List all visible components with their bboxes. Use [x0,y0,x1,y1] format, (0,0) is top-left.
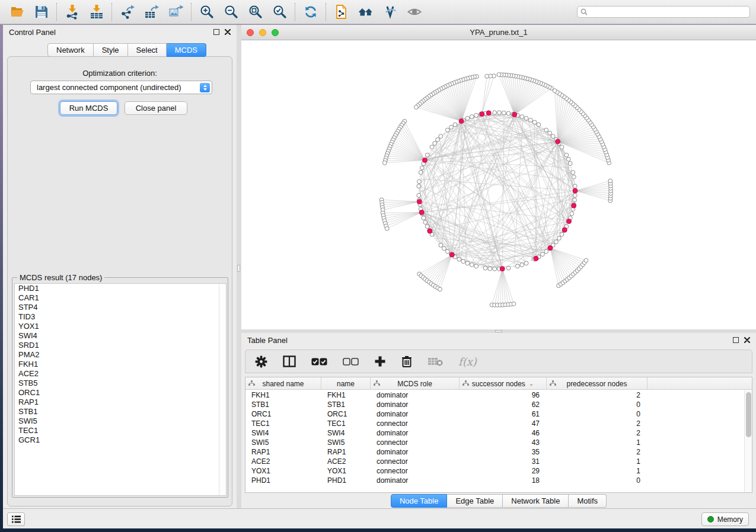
tab-motifs[interactable]: Motifs [569,494,607,508]
home-icon[interactable] [353,2,378,22]
graph-node[interactable] [445,128,449,132]
cell-predecessor_nodes[interactable]: 2 [547,447,647,457]
cell-mcds_role[interactable]: connector [371,457,460,466]
export-network-icon[interactable] [115,2,139,22]
graph-node[interactable] [457,257,461,261]
table-scrollbar[interactable] [744,390,752,492]
graph-node[interactable] [560,145,564,149]
graph-node[interactable] [436,137,440,142]
graph-node[interactable] [425,153,429,157]
graph-node[interactable] [497,73,501,77]
cell-name[interactable]: STB1 [321,400,371,409]
delete-column-icon[interactable] [401,355,412,368]
mcds-result-item[interactable]: TEC1 [15,426,226,435]
graph-node[interactable] [417,184,421,188]
graph-node[interactable] [524,261,528,265]
graph-node[interactable] [425,225,429,229]
cell-shared_name[interactable]: TEC1 [245,419,321,428]
cell-mcds_role[interactable]: dominator [371,390,460,400]
close-panel-icon[interactable] [225,29,231,35]
network-window-titlebar[interactable]: YPA_prune.txt_1 [241,25,756,40]
network-document-icon[interactable] [329,2,353,22]
cell-name[interactable]: PHD1 [321,476,371,485]
cell-mcds_role[interactable]: dominator [371,400,460,409]
mcds-result-item[interactable]: SWI5 [15,416,226,426]
graph-node[interactable] [433,142,437,146]
graph-node[interactable] [488,267,492,271]
graph-node[interactable] [568,162,572,166]
cell-shared_name[interactable]: RAP1 [245,447,321,457]
zoom-fit-icon[interactable] [243,2,267,22]
scrollbar-thumb[interactable] [746,392,751,437]
show-columns-icon[interactable] [283,355,296,367]
graph-node[interactable] [573,198,577,202]
cell-successor_nodes[interactable]: 35 [460,447,547,457]
mcds-result-item[interactable]: PMA2 [15,350,226,360]
cell-shared_name[interactable]: PHD1 [245,476,321,485]
zoom-out-icon[interactable] [219,2,243,22]
tab-style[interactable]: Style [94,43,128,57]
select-all-checkboxes-icon[interactable] [311,358,327,366]
graph-mcds-hub-node[interactable] [480,111,484,116]
graph-mcds-hub-node[interactable] [556,139,560,144]
cell-mcds_role[interactable]: connector [371,466,460,476]
cell-mcds_role[interactable]: dominator [371,447,460,457]
graph-node[interactable] [570,211,574,216]
cell-successor_nodes[interactable]: 47 [460,419,547,428]
graph-node[interactable] [608,179,613,183]
graph-mcds-hub-node[interactable] [423,158,428,162]
column-header-shared-name[interactable]: shared name [245,377,321,390]
cell-name[interactable]: ORC1 [321,409,371,419]
graph-node[interactable] [420,166,424,170]
cell-shared_name[interactable]: SWI5 [245,438,321,447]
table-row[interactable]: SWI4SWI4dominator462 [245,428,752,438]
table-row[interactable]: TEC1TEC1connector472 [245,419,752,428]
graph-node[interactable] [382,161,387,165]
float-panel-icon[interactable] [213,29,219,35]
table-row[interactable]: FKH1FKH1dominator962 [245,390,752,400]
graph-node[interactable] [470,263,474,267]
cell-predecessor_nodes[interactable]: 1 [547,438,647,447]
graph-node[interactable] [417,180,422,184]
cell-shared_name[interactable]: FKH1 [245,390,321,400]
cell-mcds_role[interactable]: connector [371,438,460,447]
cell-predecessor_nodes[interactable]: 2 [547,419,647,428]
cell-successor_nodes[interactable]: 43 [460,438,547,447]
graph-node[interactable] [506,266,511,270]
import-table-icon[interactable] [84,2,109,22]
cell-name[interactable]: RAP1 [321,447,371,457]
graph-node[interactable] [544,128,548,132]
graph-node[interactable] [548,131,552,135]
graph-node[interactable] [474,264,479,268]
mcds-result-item[interactable]: TID3 [15,312,226,322]
zoom-selected-icon[interactable] [267,2,292,22]
graph-node[interactable] [430,145,434,149]
search-box[interactable] [577,6,750,18]
table-settings-icon[interactable] [255,355,267,368]
table-row[interactable]: STB1STB1dominator620 [245,400,752,409]
graph-mcds-hub-node[interactable] [500,267,505,271]
graph-node[interactable] [553,89,557,93]
graph-node[interactable] [461,259,465,264]
graph-mcds-hub-node[interactable] [567,219,572,224]
splitter-grip[interactable] [495,330,502,332]
graph-node[interactable] [564,153,569,157]
mcds-result-item[interactable]: PHD1 [15,284,226,293]
tab-select[interactable]: Select [128,43,167,57]
node-table[interactable]: shared namenameMCDS rolesuccessor nodes⌄… [245,377,752,493]
table-row[interactable]: ACE2ACE2connector311 [245,457,752,466]
cell-predecessor_nodes[interactable]: 1 [547,457,647,466]
graph-node[interactable] [438,287,442,291]
cell-shared_name[interactable]: ORC1 [245,409,321,419]
graph-node[interactable] [414,105,418,110]
close-panel-button[interactable]: Close panel [125,101,187,115]
mcds-list-scrollbar[interactable] [219,284,226,495]
graph-node[interactable] [584,258,588,262]
cell-shared_name[interactable]: ACE2 [245,457,321,466]
column-header-name[interactable]: name [321,377,371,390]
optimization-criterion-select[interactable]: largest connected component (undirected) [30,81,212,94]
graph-node[interactable] [493,111,497,115]
graph-node[interactable] [566,157,570,161]
cell-mcds_role[interactable]: dominator [371,476,460,485]
import-network-icon[interactable] [60,2,84,22]
